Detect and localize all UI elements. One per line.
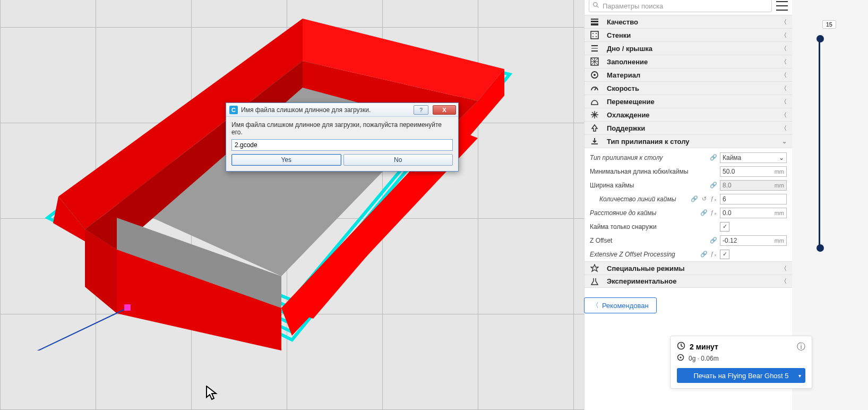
recommended-button[interactable]: 〈 Рекомендован	[584, 297, 657, 313]
brim-outside-checkbox[interactable]: ✓	[720, 222, 729, 232]
category-adhesion[interactable]: Тип прилипания к столу ⌄	[585, 134, 792, 148]
layer-slider[interactable]: 15	[798, 20, 836, 249]
category-support[interactable]: Поддержки 〈	[585, 121, 792, 134]
svg-line-30	[595, 88, 596, 90]
chevron-left-icon: 〈	[781, 45, 787, 53]
setting-z-offset: Z Offset 🔗 -0.12 mm	[590, 234, 787, 246]
category-label: Специальные режимы	[607, 264, 774, 272]
svg-marker-0	[117, 68, 446, 276]
travel-icon	[590, 97, 599, 106]
slider-handle-bottom[interactable]	[817, 244, 824, 252]
link-icon[interactable]: 🔗	[709, 237, 718, 244]
brim-distance-input[interactable]: 0.0 mm	[720, 208, 787, 218]
walls-icon	[590, 30, 599, 40]
setting-label: Расстояние до каймы	[590, 209, 700, 217]
chevron-down-icon: ▾	[798, 373, 801, 379]
category-label: Охлаждение	[607, 111, 774, 119]
category-label: Материал	[607, 71, 774, 79]
input-value: -0.12	[723, 237, 737, 244]
svg-rect-13	[124, 304, 131, 311]
category-travel[interactable]: Перемещение 〈	[585, 95, 792, 108]
yes-button[interactable]: Yes	[231, 154, 341, 166]
slider-track	[819, 39, 820, 249]
info-icon[interactable]: ⓘ	[797, 341, 805, 353]
link-icon[interactable]: 🔗	[709, 154, 718, 161]
material-usage: 0g · 0.06m	[689, 355, 719, 362]
ezop-checkbox[interactable]: ✓	[720, 250, 729, 259]
clock-icon	[677, 341, 685, 352]
unit-label: mm	[775, 210, 784, 216]
slider-handle-top[interactable]	[817, 35, 824, 42]
link-icon[interactable]: 🔗	[700, 209, 708, 216]
setting-label: Z Offset	[590, 237, 709, 244]
category-quality[interactable]: Качество 〈	[585, 15, 792, 28]
chevron-left-icon: 〈	[781, 58, 787, 66]
chevron-left-icon: 〈	[781, 111, 787, 119]
special-icon	[590, 263, 599, 273]
print-time: 2 минут	[690, 343, 718, 351]
dialog-close-button[interactable]: X	[433, 105, 456, 115]
category-walls[interactable]: Стенки 〈	[585, 28, 792, 41]
infill-icon	[590, 57, 599, 66]
chevron-down-icon: ⌄	[782, 138, 787, 145]
min-length-input[interactable]: 50.0 mm	[720, 166, 787, 177]
viewport-3d[interactable]	[0, 0, 584, 410]
settings-menu-button[interactable]	[776, 1, 788, 11]
category-speed[interactable]: Скорость 〈	[585, 81, 792, 95]
category-label: Поддержки	[607, 124, 774, 132]
setting-label: Ширина каймы	[590, 182, 709, 189]
category-cooling[interactable]: Охлаждение 〈	[585, 108, 792, 121]
print-action-card: ⓘ 2 минут 0g · 0.06m Печать на Flying Be…	[670, 336, 812, 389]
svg-rect-18	[591, 19, 598, 20]
input-value: 8.0	[723, 182, 732, 189]
brim-width-input[interactable]: 8.0 mm	[720, 180, 787, 191]
dialog-titlebar[interactable]: C Имя файла слишком длинное для загрузки…	[226, 103, 458, 117]
link-icon[interactable]: 🔗	[700, 251, 708, 258]
svg-point-20	[592, 33, 594, 34]
filename-input[interactable]	[231, 139, 453, 151]
link-icon[interactable]: 🔗	[709, 182, 718, 189]
input-value: 50.0	[723, 168, 735, 175]
brim-line-count-input[interactable]: 6	[720, 194, 787, 204]
svg-marker-2	[303, 19, 504, 101]
search-placeholder: Параметры поиска	[603, 2, 663, 10]
no-button[interactable]: No	[343, 154, 453, 166]
search-input[interactable]: Параметры поиска	[589, 0, 772, 12]
category-label: Качество	[607, 18, 774, 26]
experimental-icon	[590, 277, 599, 286]
category-label: Дно / крышка	[607, 45, 774, 53]
cura-icon: C	[229, 106, 238, 114]
fx-icon[interactable]: ƒₓ	[709, 195, 718, 202]
chevron-down-icon: ⌄	[779, 154, 784, 161]
chevron-left-icon: 〈	[592, 301, 599, 310]
fx-icon[interactable]: ƒₓ	[709, 251, 718, 258]
category-label: Заполнение	[607, 58, 774, 66]
support-icon	[590, 123, 599, 133]
chevron-left-icon: 〈	[781, 71, 787, 79]
chevron-left-icon: 〈	[781, 277, 787, 285]
reset-icon[interactable]: ↺	[700, 195, 708, 202]
category-label: Скорость	[607, 84, 774, 92]
button-label: Рекомендован	[602, 302, 649, 310]
z-offset-input[interactable]: -0.12 mm	[720, 235, 787, 246]
category-label: Перемещение	[607, 98, 774, 106]
svg-marker-5	[53, 197, 281, 337]
input-value: 6	[723, 195, 726, 203]
svg-rect-16	[591, 23, 598, 25]
category-special[interactable]: Специальные режимы 〈	[585, 261, 792, 275]
category-infill[interactable]: Заполнение 〈	[585, 55, 792, 68]
category-experimental[interactable]: Экспериментальное 〈	[585, 275, 792, 288]
link-icon[interactable]: 🔗	[690, 195, 699, 202]
print-button[interactable]: Печать на Flying Bear Ghost 5 ▾	[677, 368, 805, 383]
dialog-message: Имя файла слишком длинное для загрузки, …	[231, 121, 453, 136]
category-material[interactable]: Материал 〈	[585, 68, 792, 81]
input-value: 0.0	[723, 209, 732, 217]
dialog-help-button[interactable]: ?	[414, 105, 428, 115]
fx-icon[interactable]: ƒₓ	[709, 209, 718, 216]
layer-badge: 15	[822, 20, 836, 29]
category-topbottom[interactable]: Дно / крышка 〈	[585, 41, 792, 55]
spool-icon	[677, 354, 684, 363]
dialog-title: Имя файла слишком длинное для загрузки.	[241, 106, 409, 114]
setting-brim-line-count: Количество линий каймы 🔗 ↺ ƒₓ 6	[590, 193, 787, 205]
adhesion-type-select[interactable]: Кайма ⌄	[720, 152, 787, 163]
